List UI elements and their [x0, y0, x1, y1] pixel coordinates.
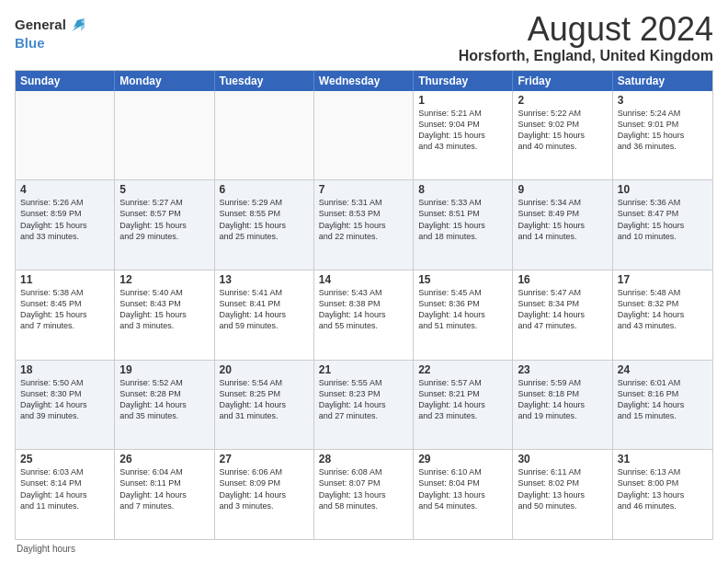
- calendar-body: 1Sunrise: 5:21 AM Sunset: 9:04 PM Daylig…: [16, 91, 712, 539]
- calendar-cell: 20Sunrise: 5:54 AM Sunset: 8:25 PM Dayli…: [215, 361, 314, 450]
- cell-detail: Sunrise: 5:26 AM Sunset: 8:59 PM Dayligh…: [20, 197, 109, 242]
- page: General Blue August 2024 Horsforth, Engl…: [0, 0, 728, 563]
- day-number: 2: [518, 94, 607, 107]
- calendar-cell: 29Sunrise: 6:10 AM Sunset: 8:04 PM Dayli…: [414, 450, 513, 539]
- cell-detail: Sunrise: 6:11 AM Sunset: 8:02 PM Dayligh…: [518, 466, 607, 511]
- cell-detail: Sunrise: 5:55 AM Sunset: 8:23 PM Dayligh…: [319, 377, 408, 422]
- cell-detail: Sunrise: 5:21 AM Sunset: 9:04 PM Dayligh…: [418, 108, 507, 153]
- day-number: 4: [20, 183, 109, 196]
- cell-detail: Sunrise: 6:03 AM Sunset: 8:14 PM Dayligh…: [20, 466, 109, 511]
- calendar-cell: 15Sunrise: 5:45 AM Sunset: 8:36 PM Dayli…: [414, 270, 513, 360]
- cell-detail: Sunrise: 5:43 AM Sunset: 8:38 PM Dayligh…: [319, 287, 408, 332]
- calendar-cell: 30Sunrise: 6:11 AM Sunset: 8:02 PM Dayli…: [513, 450, 612, 539]
- cell-detail: Sunrise: 6:01 AM Sunset: 8:16 PM Dayligh…: [618, 377, 708, 422]
- calendar-cell: 21Sunrise: 5:55 AM Sunset: 8:23 PM Dayli…: [314, 361, 414, 450]
- main-title: August 2024: [459, 11, 713, 48]
- day-number: 3: [618, 94, 708, 107]
- day-number: 16: [518, 273, 607, 286]
- calendar-row-4: 25Sunrise: 6:03 AM Sunset: 8:14 PM Dayli…: [16, 450, 712, 539]
- cell-detail: Sunrise: 5:45 AM Sunset: 8:36 PM Dayligh…: [418, 287, 507, 332]
- calendar-cell: 8Sunrise: 5:33 AM Sunset: 8:51 PM Daylig…: [414, 180, 513, 270]
- calendar-cell: 3Sunrise: 5:24 AM Sunset: 9:01 PM Daylig…: [613, 91, 712, 180]
- day-number: 12: [119, 273, 209, 286]
- cell-detail: Sunrise: 5:22 AM Sunset: 9:02 PM Dayligh…: [518, 108, 607, 153]
- cell-detail: Sunrise: 5:52 AM Sunset: 8:28 PM Dayligh…: [119, 377, 209, 422]
- day-number: 1: [418, 94, 507, 107]
- calendar-cell: 28Sunrise: 6:08 AM Sunset: 8:07 PM Dayli…: [314, 450, 414, 539]
- day-number: 22: [418, 363, 507, 376]
- calendar-cell: 10Sunrise: 5:36 AM Sunset: 8:47 PM Dayli…: [613, 180, 712, 270]
- calendar-header-cell-wednesday: Wednesday: [314, 71, 414, 91]
- cell-detail: Sunrise: 5:50 AM Sunset: 8:30 PM Dayligh…: [20, 377, 109, 422]
- cell-detail: Sunrise: 5:24 AM Sunset: 9:01 PM Dayligh…: [618, 108, 708, 153]
- calendar-cell: 26Sunrise: 6:04 AM Sunset: 8:11 PM Dayli…: [115, 450, 214, 539]
- calendar-cell: [115, 91, 214, 180]
- calendar-cell: [16, 91, 115, 180]
- day-number: 26: [119, 453, 209, 465]
- day-number: 14: [319, 273, 408, 286]
- calendar-cell: 14Sunrise: 5:43 AM Sunset: 8:38 PM Dayli…: [314, 270, 414, 360]
- logo: General Blue: [15, 15, 88, 52]
- cell-detail: Sunrise: 5:36 AM Sunset: 8:47 PM Dayligh…: [618, 197, 708, 242]
- calendar-row-3: 18Sunrise: 5:50 AM Sunset: 8:30 PM Dayli…: [16, 361, 712, 451]
- calendar-cell: 13Sunrise: 5:41 AM Sunset: 8:41 PM Dayli…: [215, 270, 314, 360]
- cell-detail: Sunrise: 5:41 AM Sunset: 8:41 PM Dayligh…: [220, 287, 309, 332]
- cell-detail: Sunrise: 6:10 AM Sunset: 8:04 PM Dayligh…: [418, 466, 507, 511]
- calendar-header-cell-monday: Monday: [115, 71, 214, 91]
- day-number: 27: [220, 453, 309, 465]
- day-number: 20: [220, 363, 309, 376]
- calendar-cell: 7Sunrise: 5:31 AM Sunset: 8:53 PM Daylig…: [314, 180, 414, 270]
- calendar-header-cell-friday: Friday: [513, 71, 612, 91]
- cell-detail: Sunrise: 5:40 AM Sunset: 8:43 PM Dayligh…: [119, 287, 209, 332]
- cell-detail: Sunrise: 5:33 AM Sunset: 8:51 PM Dayligh…: [418, 197, 507, 242]
- calendar-row-0: 1Sunrise: 5:21 AM Sunset: 9:04 PM Daylig…: [16, 91, 712, 181]
- header: General Blue August 2024 Horsforth, Engl…: [15, 11, 713, 64]
- calendar-cell: 9Sunrise: 5:34 AM Sunset: 8:49 PM Daylig…: [513, 180, 612, 270]
- cell-detail: Sunrise: 5:38 AM Sunset: 8:45 PM Dayligh…: [20, 287, 109, 332]
- cell-detail: Sunrise: 5:29 AM Sunset: 8:55 PM Dayligh…: [220, 197, 309, 242]
- calendar-cell: 4Sunrise: 5:26 AM Sunset: 8:59 PM Daylig…: [16, 180, 115, 270]
- cell-detail: Sunrise: 5:31 AM Sunset: 8:53 PM Dayligh…: [319, 197, 408, 242]
- cell-detail: Sunrise: 6:04 AM Sunset: 8:11 PM Dayligh…: [119, 466, 209, 511]
- day-number: 8: [418, 183, 507, 196]
- day-number: 29: [418, 453, 507, 465]
- calendar-header: SundayMondayTuesdayWednesdayThursdayFrid…: [16, 71, 712, 91]
- cell-detail: Sunrise: 5:34 AM Sunset: 8:49 PM Dayligh…: [518, 197, 607, 242]
- calendar-cell: 17Sunrise: 5:48 AM Sunset: 8:32 PM Dayli…: [613, 270, 712, 360]
- calendar-cell: 6Sunrise: 5:29 AM Sunset: 8:55 PM Daylig…: [215, 180, 314, 270]
- calendar-cell: 22Sunrise: 5:57 AM Sunset: 8:21 PM Dayli…: [414, 361, 513, 450]
- day-number: 24: [618, 363, 708, 376]
- calendar: SundayMondayTuesdayWednesdayThursdayFrid…: [15, 70, 713, 540]
- cell-detail: Sunrise: 6:13 AM Sunset: 8:00 PM Dayligh…: [618, 466, 708, 511]
- cell-detail: Sunrise: 6:06 AM Sunset: 8:09 PM Dayligh…: [220, 466, 309, 511]
- day-number: 28: [319, 453, 408, 465]
- calendar-cell: 2Sunrise: 5:22 AM Sunset: 9:02 PM Daylig…: [513, 91, 612, 180]
- calendar-row-1: 4Sunrise: 5:26 AM Sunset: 8:59 PM Daylig…: [16, 180, 712, 270]
- day-number: 18: [20, 363, 109, 376]
- calendar-cell: 5Sunrise: 5:27 AM Sunset: 8:57 PM Daylig…: [115, 180, 214, 270]
- calendar-cell: [314, 91, 414, 180]
- calendar-cell: 1Sunrise: 5:21 AM Sunset: 9:04 PM Daylig…: [414, 91, 513, 180]
- cell-detail: Sunrise: 5:59 AM Sunset: 8:18 PM Dayligh…: [518, 377, 607, 422]
- day-number: 7: [319, 183, 408, 196]
- calendar-cell: 24Sunrise: 6:01 AM Sunset: 8:16 PM Dayli…: [613, 361, 712, 450]
- day-number: 10: [618, 183, 708, 196]
- day-number: 30: [518, 453, 607, 465]
- calendar-cell: 31Sunrise: 6:13 AM Sunset: 8:00 PM Dayli…: [613, 450, 712, 539]
- calendar-header-cell-thursday: Thursday: [414, 71, 513, 91]
- cell-detail: Sunrise: 5:47 AM Sunset: 8:34 PM Dayligh…: [518, 287, 607, 332]
- cell-detail: Sunrise: 5:54 AM Sunset: 8:25 PM Dayligh…: [220, 377, 309, 422]
- calendar-cell: 25Sunrise: 6:03 AM Sunset: 8:14 PM Dayli…: [16, 450, 115, 539]
- footer-note: Daylight hours: [15, 544, 713, 554]
- day-number: 31: [618, 453, 708, 465]
- logo-text-blue: Blue: [15, 35, 45, 51]
- subtitle: Horsforth, England, United Kingdom: [459, 48, 713, 64]
- calendar-cell: 27Sunrise: 6:06 AM Sunset: 8:09 PM Dayli…: [215, 450, 314, 539]
- calendar-cell: 23Sunrise: 5:59 AM Sunset: 8:18 PM Dayli…: [513, 361, 612, 450]
- day-number: 6: [220, 183, 309, 196]
- calendar-cell: 12Sunrise: 5:40 AM Sunset: 8:43 PM Dayli…: [115, 270, 214, 360]
- title-area: August 2024 Horsforth, England, United K…: [459, 11, 713, 64]
- day-number: 19: [119, 363, 209, 376]
- day-number: 21: [319, 363, 408, 376]
- day-number: 11: [20, 273, 109, 286]
